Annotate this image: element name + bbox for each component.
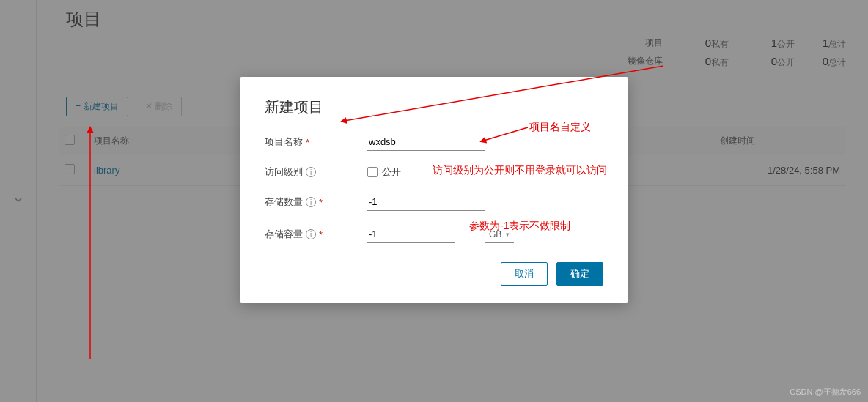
field-access-level: 访问级别 i 公开	[265, 165, 603, 179]
label-storage-capacity: 存储容量 i *	[265, 228, 367, 241]
chevron-down-icon: ▾	[506, 231, 510, 238]
unit-select[interactable]: GB ▾	[485, 226, 514, 243]
label-storage-count: 存储数量 i *	[265, 196, 367, 209]
input-project-name[interactable]	[367, 133, 485, 151]
label-project-name: 项目名称 *	[265, 135, 367, 149]
info-icon[interactable]: i	[306, 229, 316, 239]
label-access-level: 访问级别 i	[265, 165, 367, 179]
field-storage-capacity: 存储容量 i * GB ▾	[265, 226, 603, 243]
watermark: CSDN @王德发666	[790, 387, 861, 398]
info-icon[interactable]: i	[306, 167, 316, 177]
public-checkbox-label: 公开	[382, 165, 401, 179]
modal-title: 新建项目	[265, 97, 603, 117]
new-project-modal: 新建项目 项目名称 * 访问级别 i 公开 存储数量 i * 存储容量 i * …	[240, 77, 628, 303]
info-icon[interactable]: i	[306, 197, 316, 207]
public-checkbox[interactable]	[367, 167, 378, 177]
input-storage-capacity[interactable]	[367, 226, 455, 243]
ok-button[interactable]: 确定	[556, 262, 603, 286]
modal-footer: 取消 确定	[265, 262, 603, 286]
field-project-name: 项目名称 *	[265, 133, 603, 151]
cancel-button[interactable]: 取消	[501, 262, 548, 286]
field-storage-count: 存储数量 i *	[265, 193, 603, 211]
modal-overlay: 新建项目 项目名称 * 访问级别 i 公开 存储数量 i * 存储容量 i * …	[0, 0, 868, 402]
input-storage-count[interactable]	[367, 193, 485, 211]
